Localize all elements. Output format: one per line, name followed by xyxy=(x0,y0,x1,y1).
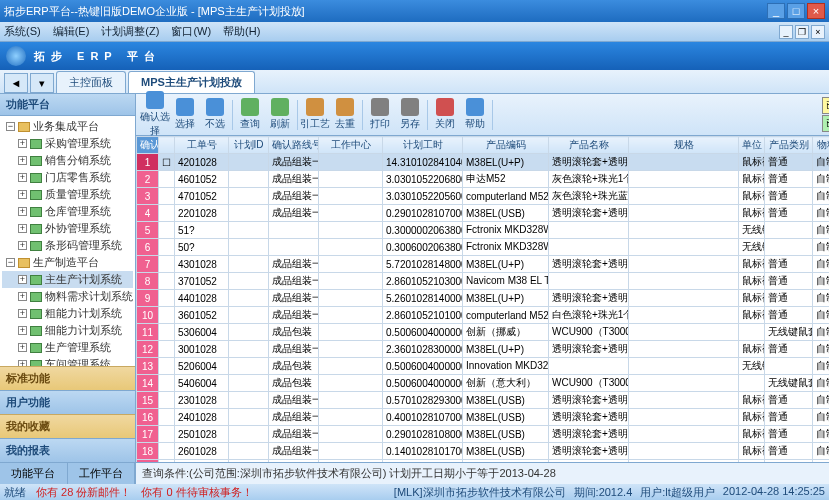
col-header[interactable] xyxy=(159,137,175,154)
table-row[interactable]: 135206004成品包装0.5006004000000000Innovatio… xyxy=(137,358,830,375)
side-btn-reports[interactable]: 我的报表 xyxy=(0,438,135,462)
col-header[interactable]: 工作中心 xyxy=(319,137,383,154)
status-mail[interactable]: 你有 28 份新邮件！ xyxy=(36,485,131,500)
tree-item[interactable]: +销售分销系统 xyxy=(2,152,133,169)
col-header[interactable]: 确认路线号 xyxy=(269,137,319,154)
bottom-tab-work[interactable]: 工作平台 xyxy=(68,463,136,484)
tree-item[interactable]: +仓库管理系统 xyxy=(2,203,133,220)
menu-help[interactable]: 帮助(H) xyxy=(223,24,260,39)
table-row[interactable]: 551?0.3000002063800012Fctronix MKD328W 彩… xyxy=(137,222,830,239)
menu-plan[interactable]: 计划调整(Z) xyxy=(101,24,159,39)
side-btn-user[interactable]: 用户功能 xyxy=(0,390,135,414)
tbtn-2[interactable]: 不选 xyxy=(200,98,230,131)
table-row[interactable]: 1☐4201028成品组装一部14.3101028410400000M38EL(… xyxy=(137,154,830,171)
tbtn-5[interactable]: 引工艺 xyxy=(300,98,330,131)
tbtn-8[interactable]: 另存 xyxy=(395,98,425,131)
sidebar-header: 功能平台 xyxy=(0,94,135,116)
col-header[interactable]: 产品编码 xyxy=(463,137,549,154)
table-row[interactable]: 172501028成品组装一部0.2901028108000000M38EL(U… xyxy=(137,426,830,443)
banner-title: 拓步 ERP 平台 xyxy=(34,49,161,64)
status-audit[interactable]: 你有 0 件待审核事务！ xyxy=(141,485,252,500)
sidebar: 功能平台 −业务集成平台+采购管理系统+销售分销系统+门店零售系统+质量管理系统… xyxy=(0,94,136,484)
table-row[interactable]: 24601052成品组装一部3.0301052206800000申达M52灰色滚… xyxy=(137,171,830,188)
table-row[interactable]: 94401028成品组装一部5.2601028140000000M38EL(U+… xyxy=(137,290,830,307)
col-header[interactable]: 物料类型 xyxy=(813,137,830,154)
menu-system[interactable]: 系统(S) xyxy=(4,24,41,39)
tree-item[interactable]: +物料需求计划系统 xyxy=(2,288,133,305)
col-header[interactable]: 计划工时 xyxy=(383,137,463,154)
minimize-button[interactable]: _ xyxy=(767,3,785,19)
tree-item[interactable]: +门店零售系统 xyxy=(2,169,133,186)
col-header[interactable]: 计划ID xyxy=(229,137,269,154)
tbtn-3[interactable]: 查询 xyxy=(235,98,265,131)
table-row[interactable]: 115306004成品包装0.5006004000000000创新（挪威）WCU… xyxy=(137,324,830,341)
tree-group[interactable]: −生产制造平台 xyxy=(2,254,133,271)
tbtn-7[interactable]: 打印 xyxy=(365,98,395,131)
side-btn-standard[interactable]: 标准功能 xyxy=(0,366,135,390)
tree-item[interactable]: +细能力计划系统 xyxy=(2,322,133,339)
table-row[interactable]: 34701052成品组装一部3.0301052205600000computer… xyxy=(137,188,830,205)
window-titlebar: 拓步ERP平台--热键旧版DEMO企业版 - [MPS主生产计划投放] _ □ … xyxy=(0,0,829,22)
menu-window[interactable]: 窗口(W) xyxy=(171,24,211,39)
side-btn-favorites[interactable]: 我的收藏 xyxy=(0,414,135,438)
status-user: 用户:lt超级用户 xyxy=(640,485,715,500)
table-row[interactable]: 83701052成品组装一部2.8601052103000000Navicom … xyxy=(137,273,830,290)
tab-mps[interactable]: MPS主生产计划投放 xyxy=(128,71,255,93)
tbtn-0[interactable]: 确认选择 xyxy=(140,91,170,138)
table-row[interactable]: 103601052成品组装一部2.8601052101000000compute… xyxy=(137,307,830,324)
tab-control-panel[interactable]: 主控面板 xyxy=(56,71,126,93)
tree-item[interactable]: +质量管理系统 xyxy=(2,186,133,203)
logo-icon xyxy=(6,46,26,66)
close-button[interactable]: × xyxy=(807,3,825,19)
menubar: 系统(S) 编辑(E) 计划调整(Z) 窗口(W) 帮助(H) _ ❐ × xyxy=(0,22,829,42)
table-row[interactable]: 182601028成品组装一部0.1401028101700100M38EL(U… xyxy=(137,443,830,460)
tbtn-4[interactable]: 刷新 xyxy=(265,98,295,131)
tabstrip: ◄ ▾ 主控面板 MPS主生产计划投放 xyxy=(0,70,829,94)
tbtn-10[interactable]: 帮助 xyxy=(460,98,490,131)
tree-item[interactable]: +采购管理系统 xyxy=(2,135,133,152)
toolbar: 确认选择选择不选查询刷新引工艺去重打印另存关闭帮助 已脱期 已修改 已投放 新增… xyxy=(136,94,829,136)
tree-item[interactable]: +条形码管理系统 xyxy=(2,237,133,254)
col-header[interactable]: 单位 xyxy=(739,137,765,154)
mdi-restore[interactable]: ❐ xyxy=(795,25,809,39)
table-row[interactable]: 74301028成品组装一部5.7201028148000000M38EL(U+… xyxy=(137,256,830,273)
statusbar: 就绪 你有 28 份新邮件！ 你有 0 件待审核事务！ [MLK]深圳市拓步软件… xyxy=(0,484,829,500)
tbtn-6[interactable]: 去重 xyxy=(330,98,360,131)
table-row[interactable]: 650?0.3006002063800012Fctronix MKD328W 彩… xyxy=(137,239,830,256)
mdi-minimize[interactable]: _ xyxy=(779,25,793,39)
table-row[interactable]: 162401028成品组装一部0.4001028107000000M38EL(U… xyxy=(137,409,830,426)
col-header[interactable]: 产品名称 xyxy=(549,137,629,154)
col-header[interactable]: 规格 xyxy=(629,137,739,154)
status-badges: 已脱期 已修改 已投放 新增加 xyxy=(822,97,829,132)
tree-item[interactable]: +主生产计划系统 xyxy=(2,271,133,288)
col-header[interactable]: 产品类别 xyxy=(765,137,813,154)
table-row[interactable]: 145406004成品包装0.5006004000000000创新（意大利）WC… xyxy=(137,375,830,392)
table-row[interactable]: 123001028成品组装一部2.3601028300000000M38EL(U… xyxy=(137,341,830,358)
table-row[interactable]: 42201028成品组装一部0.2901028107000000M38EL(US… xyxy=(137,205,830,222)
status-company: [MLK]深圳市拓步软件技术有限公司 xyxy=(394,485,566,500)
col-header[interactable]: 确认选择 xyxy=(137,137,159,154)
status-time: 2012-04-28 14:25:25 xyxy=(723,485,825,500)
window-title: 拓步ERP平台--热键旧版DEMO企业版 - [MPS主生产计划投放] xyxy=(4,4,765,19)
tree-item[interactable]: +粗能力计划系统 xyxy=(2,305,133,322)
data-grid[interactable]: 确认选择工单号计划ID确认路线号工作中心计划工时产品编码产品名称规格单位产品类别… xyxy=(136,136,829,462)
mdi-close[interactable]: × xyxy=(811,25,825,39)
badge-released: 已投放 xyxy=(822,115,829,132)
tree-group[interactable]: −业务集成平台 xyxy=(2,118,133,135)
maximize-button[interactable]: □ xyxy=(787,3,805,19)
tbtn-9[interactable]: 关闭 xyxy=(430,98,460,131)
tree-item[interactable]: +外协管理系统 xyxy=(2,220,133,237)
tree-item[interactable]: +车间管理系统 xyxy=(2,356,133,366)
tab-list-icon[interactable]: ▾ xyxy=(30,73,54,93)
banner: 拓步 ERP 平台 xyxy=(0,42,829,70)
menu-edit[interactable]: 编辑(E) xyxy=(53,24,90,39)
status-ready: 就绪 xyxy=(4,485,26,500)
table-row[interactable]: 152301028成品组装一部0.5701028293000000M38EL(U… xyxy=(137,392,830,409)
tbtn-1[interactable]: 选择 xyxy=(170,98,200,131)
status-period: 期间:2012.4 xyxy=(574,485,633,500)
col-header[interactable]: 工单号 xyxy=(175,137,229,154)
bottom-tab-func[interactable]: 功能平台 xyxy=(0,463,68,484)
nav-tree[interactable]: −业务集成平台+采购管理系统+销售分销系统+门店零售系统+质量管理系统+仓库管理… xyxy=(0,116,135,366)
tab-prev-icon[interactable]: ◄ xyxy=(4,73,28,93)
tree-item[interactable]: +生产管理系统 xyxy=(2,339,133,356)
